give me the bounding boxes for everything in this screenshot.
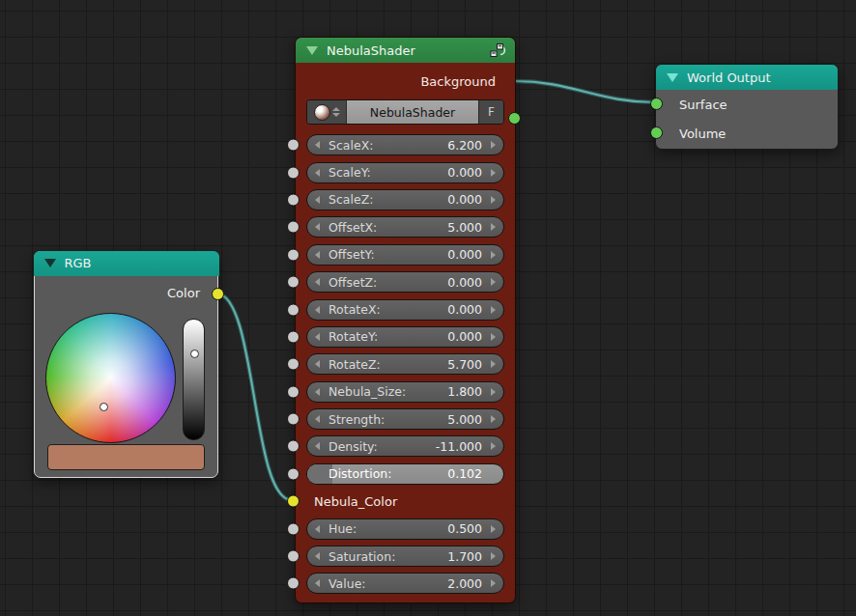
slider-left-arrow-icon[interactable] bbox=[315, 442, 320, 450]
offsety-slider[interactable]: OffsetY: 0.000 bbox=[306, 244, 504, 266]
distortion-slider[interactable]: Distortion: 0.102 bbox=[306, 463, 504, 485]
nodegroup-datablock-selector: NebulaShader F bbox=[306, 99, 504, 125]
slider-row-offsetx: OffsetX: 5.000 bbox=[306, 213, 504, 240]
socket-input-distortion[interactable] bbox=[287, 467, 300, 480]
socket-input-value[interactable] bbox=[287, 577, 300, 590]
slider-value: 0.000 bbox=[447, 302, 482, 317]
rotatey-slider[interactable]: RotateY: 0.000 bbox=[306, 326, 504, 348]
node-rgb-header[interactable]: RGB bbox=[34, 251, 219, 276]
slider-right-arrow-icon[interactable] bbox=[491, 169, 496, 177]
socket-input-hue[interactable] bbox=[287, 522, 300, 535]
color-swatch[interactable] bbox=[47, 444, 205, 470]
fake-user-button[interactable]: F bbox=[479, 100, 503, 124]
density-slider[interactable]: Density: -11.000 bbox=[306, 435, 504, 457]
slider-left-arrow-icon[interactable] bbox=[315, 415, 320, 423]
slider-stack: ScaleX: 6.200 ScaleY: 0.000 bbox=[306, 131, 504, 488]
slider-right-arrow-icon[interactable] bbox=[491, 525, 496, 533]
material-preview-icon bbox=[314, 104, 330, 121]
slider-row-rotatez: RotateZ: 5.700 bbox=[306, 350, 504, 378]
color-wheel-cursor[interactable] bbox=[100, 403, 108, 411]
socket-input-scaley[interactable] bbox=[287, 166, 300, 179]
node-world-output-header[interactable]: World Output bbox=[656, 65, 838, 90]
slider-left-arrow-icon[interactable] bbox=[315, 306, 320, 314]
slider-left-arrow-icon[interactable] bbox=[315, 333, 320, 341]
slider-right-arrow-icon[interactable] bbox=[491, 579, 496, 587]
slider-value: 1.700 bbox=[447, 549, 482, 564]
node-title: NebulaShader bbox=[327, 43, 415, 58]
socket-input-rotatey[interactable] bbox=[287, 330, 300, 343]
socket-output-color[interactable] bbox=[212, 288, 224, 300]
slider-value: 6.200 bbox=[447, 138, 482, 153]
socket-input-scalez[interactable] bbox=[287, 193, 300, 206]
socket-input-nebula-size[interactable] bbox=[287, 385, 300, 398]
node-editor-canvas[interactable]: NebulaShader Background bbox=[0, 0, 856, 616]
slider-right-arrow-icon[interactable] bbox=[491, 141, 496, 149]
socket-input-nebula-color[interactable] bbox=[287, 495, 300, 508]
slider-left-arrow-icon[interactable] bbox=[315, 169, 320, 177]
rotatez-slider[interactable]: RotateZ: 5.700 bbox=[306, 353, 504, 375]
slider-row-strength: Strength: 5.000 bbox=[306, 406, 504, 433]
socket-input-surface[interactable] bbox=[650, 98, 663, 110]
slider-left-arrow-icon[interactable] bbox=[315, 141, 320, 149]
output-row-color: Color bbox=[35, 276, 217, 311]
socket-input-saturation[interactable] bbox=[287, 550, 300, 563]
slider-left-arrow-icon[interactable] bbox=[315, 579, 320, 587]
socket-input-volume[interactable] bbox=[650, 126, 663, 139]
datablock-browse-button[interactable] bbox=[307, 100, 346, 124]
slider-right-arrow-icon[interactable] bbox=[491, 442, 496, 450]
slider-right-arrow-icon[interactable] bbox=[491, 278, 496, 286]
slider-left-arrow-icon[interactable] bbox=[315, 525, 320, 533]
socket-input-rotatex[interactable] bbox=[287, 303, 300, 316]
slider-left-arrow-icon[interactable] bbox=[315, 278, 320, 286]
wire-color-to-nebulacolor bbox=[216, 294, 292, 500]
slider-value: -11.000 bbox=[436, 439, 482, 454]
input-label-nebula-color: Nebula_Color bbox=[314, 494, 397, 509]
slider-left-arrow-icon[interactable] bbox=[315, 388, 320, 396]
slider-left-arrow-icon[interactable] bbox=[315, 552, 320, 560]
slider-value: 0.500 bbox=[447, 521, 482, 536]
slider-right-arrow-icon[interactable] bbox=[491, 333, 496, 341]
collapse-arrow-icon[interactable] bbox=[306, 46, 318, 55]
socket-input-scalex[interactable] bbox=[287, 139, 300, 152]
rotatex-slider[interactable]: RotateX: 0.000 bbox=[306, 299, 504, 321]
slider-left-arrow-icon[interactable] bbox=[315, 251, 320, 259]
collapse-arrow-icon[interactable] bbox=[44, 259, 56, 267]
scalex-slider[interactable]: ScaleX: 6.200 bbox=[306, 134, 504, 155]
node-nebulashader-header[interactable]: NebulaShader bbox=[296, 38, 515, 63]
slider-left-arrow-icon[interactable] bbox=[315, 196, 320, 204]
slider-right-arrow-icon[interactable] bbox=[491, 415, 496, 423]
datablock-name-field[interactable]: NebulaShader bbox=[346, 100, 479, 124]
value-slider[interactable]: Value: 2.000 bbox=[306, 573, 504, 594]
slider-row-distortion: Distortion: 0.102 bbox=[306, 461, 504, 488]
slider-left-arrow-icon[interactable] bbox=[315, 223, 320, 231]
slider-right-arrow-icon[interactable] bbox=[491, 223, 496, 231]
slider-right-arrow-icon[interactable] bbox=[491, 306, 496, 314]
strength-slider[interactable]: Strength: 5.000 bbox=[306, 408, 504, 430]
slider-right-arrow-icon[interactable] bbox=[491, 360, 496, 368]
socket-input-density[interactable] bbox=[287, 440, 300, 453]
color-wheel[interactable] bbox=[45, 313, 176, 443]
socket-input-offsetx[interactable] bbox=[287, 221, 300, 234]
value-bar[interactable] bbox=[183, 319, 205, 440]
offsetx-slider[interactable]: OffsetX: 5.000 bbox=[306, 216, 504, 238]
socket-input-offsetz[interactable] bbox=[287, 276, 300, 289]
hue-slider[interactable]: Hue: 0.500 bbox=[306, 518, 504, 540]
scalez-slider[interactable]: ScaleZ: 0.000 bbox=[306, 189, 504, 210]
slider-right-arrow-icon[interactable] bbox=[491, 196, 496, 204]
slider-right-arrow-icon[interactable] bbox=[491, 251, 496, 259]
socket-output-background[interactable] bbox=[508, 112, 521, 125]
slider-row-nebula-size: Nebula_Size: 1.800 bbox=[306, 378, 504, 406]
slider-left-arrow-icon[interactable] bbox=[315, 360, 320, 368]
socket-input-strength[interactable] bbox=[287, 413, 300, 426]
collapse-arrow-icon[interactable] bbox=[667, 73, 678, 82]
slider-right-arrow-icon[interactable] bbox=[491, 388, 496, 396]
nebula-size-slider[interactable]: Nebula_Size: 1.800 bbox=[306, 381, 504, 403]
offsetz-slider[interactable]: OffsetZ: 0.000 bbox=[306, 271, 504, 293]
socket-input-offsety[interactable] bbox=[287, 248, 300, 261]
saturation-slider[interactable]: Saturation: 1.700 bbox=[306, 546, 504, 567]
slider-right-arrow-icon[interactable] bbox=[491, 552, 496, 560]
socket-input-rotatez[interactable] bbox=[287, 358, 300, 371]
value-bar-cursor[interactable] bbox=[190, 350, 199, 358]
slider-value: 0.000 bbox=[447, 329, 482, 344]
scaley-slider[interactable]: ScaleY: 0.000 bbox=[306, 162, 504, 183]
